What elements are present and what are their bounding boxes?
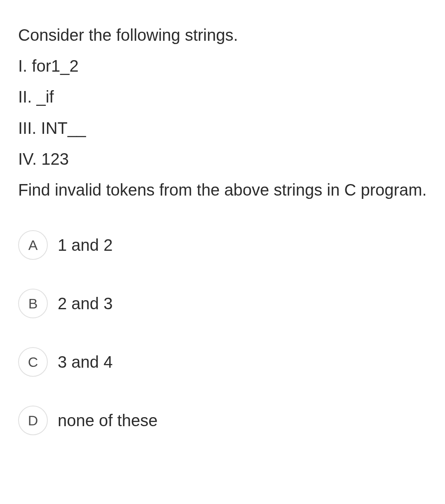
option-text: 2 and 3 [58,294,112,313]
option-text: none of these [58,411,157,430]
option-text: 1 and 2 [58,236,112,254]
option-letter-circle: C [18,347,48,377]
option-letter-circle: B [18,289,48,318]
option-c[interactable]: C 3 and 4 [18,347,427,377]
option-letter: D [28,413,38,429]
question-item-1: I. for1_2 [18,51,427,82]
option-letter-circle: A [18,230,48,260]
question-item-4: IV. 123 [18,144,427,175]
question-prompt: Find invalid tokens from the above strin… [18,175,427,205]
question-intro: Consider the following strings. [18,20,427,51]
option-b[interactable]: B 2 and 3 [18,289,427,318]
option-letter-circle: D [18,406,48,435]
options-list: A 1 and 2 B 2 and 3 C 3 and 4 D none of … [18,230,427,435]
option-d[interactable]: D none of these [18,406,427,435]
option-a[interactable]: A 1 and 2 [18,230,427,260]
question-block: Consider the following strings. I. for1_… [18,20,427,205]
option-letter: B [28,296,38,312]
option-letter: C [28,354,38,370]
question-item-3: III. INT__ [18,113,427,144]
question-item-2: II. _if [18,82,427,112]
option-text: 3 and 4 [58,353,112,371]
option-letter: A [28,237,38,253]
